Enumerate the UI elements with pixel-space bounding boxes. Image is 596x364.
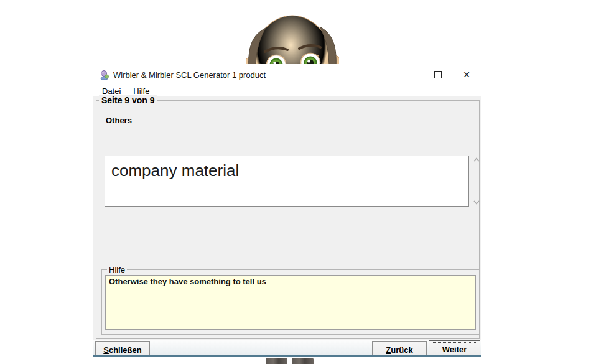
page-groupbox-label: Seite 9 von 9 (99, 95, 157, 106)
bald-cartoon-head (246, 7, 339, 68)
chevron-down-icon[interactable] (473, 200, 480, 205)
desktop: Wirbler & Mirbler SCL Generator 1 produc… (0, 0, 596, 364)
close-button[interactable]: Schließen (95, 341, 150, 355)
cartoon-shoe-right (292, 358, 314, 364)
wizard-app-icon (99, 70, 109, 80)
bald-head-illustration (246, 7, 339, 68)
help-text: Otherwise they have something to tell us (105, 275, 476, 330)
titlebar[interactable]: Wirbler & Mirbler SCL Generator 1 produc… (93, 64, 481, 85)
minimize-icon[interactable] (395, 64, 424, 85)
help-groupbox-label: Hilfe (107, 265, 127, 275)
cartoon-shoes (266, 358, 314, 364)
menu-item-hilfe[interactable]: Hilfe (129, 86, 153, 96)
section-label: Others (106, 116, 132, 125)
next-button[interactable]: Weiter (429, 340, 480, 355)
dialog-content: Seite 9 von 9 Others company material Hi… (93, 96, 481, 340)
button-row: Schließen Zurück Weiter (93, 340, 481, 355)
cartoon-shoe-left (266, 358, 287, 364)
chevron-up-icon[interactable] (473, 157, 480, 162)
back-button[interactable]: Zurück (372, 341, 427, 355)
answer-area: company material (105, 156, 469, 207)
window-controls: ✕ (395, 64, 481, 85)
help-groupbox: Hilfe Otherwise they have something to t… (101, 269, 480, 335)
page-groupbox: Seite 9 von 9 Others company material Hi… (96, 100, 480, 339)
answer-scrollbar (472, 156, 481, 207)
close-icon[interactable]: ✕ (452, 64, 481, 85)
window-title: Wirbler & Mirbler SCL Generator 1 produc… (113, 70, 395, 80)
menu-item-datei[interactable]: Datei (98, 86, 124, 96)
answer-input[interactable]: company material (105, 156, 469, 207)
maximize-icon[interactable] (424, 64, 452, 85)
app-window: Wirbler & Mirbler SCL Generator 1 produc… (93, 64, 481, 357)
